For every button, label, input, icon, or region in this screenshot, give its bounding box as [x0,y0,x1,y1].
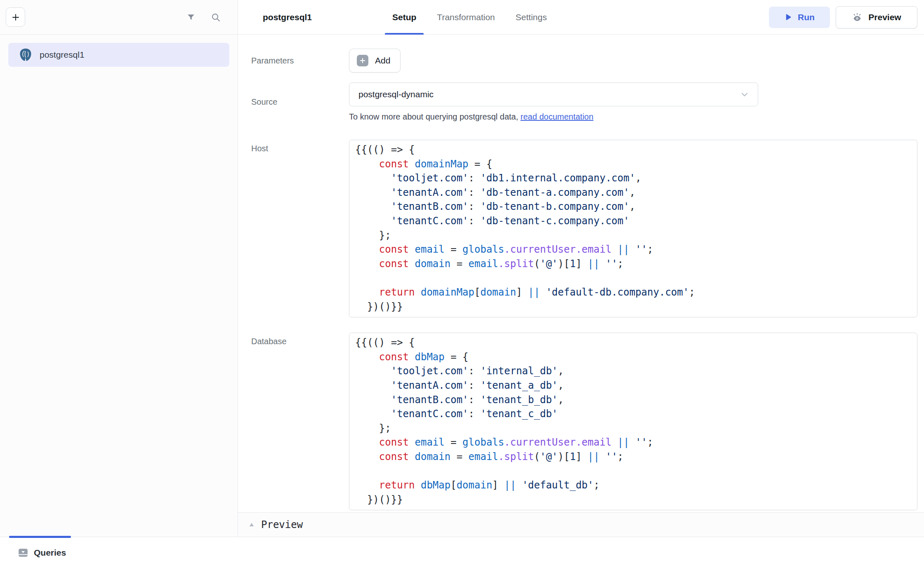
add-parameter-button[interactable]: Add [349,49,401,73]
preview-panel-label: Preview [261,519,303,530]
filter-button[interactable] [186,12,196,23]
collapse-triangle-icon [249,522,255,527]
host-label: Host [251,140,349,153]
read-documentation-link[interactable]: read documentation [521,112,594,121]
database-code-editor[interactable]: {{(() => { const dbMap = { 'tooljet.com'… [349,333,917,510]
tab-transformation[interactable]: Transformation [436,0,495,35]
sidebar-toolbar-icons [186,12,221,23]
run-button[interactable]: Run [769,7,830,28]
host-row: Host {{(() => { const domainMap = { 'too… [251,140,917,317]
parameters-row: Parameters Add [251,49,917,73]
database-label: Database [251,333,349,346]
query-title: postgresql1 [263,12,312,22]
eye-icon [852,12,863,23]
search-icon [211,12,221,22]
query-list: postgresql1 [0,35,238,75]
parameters-label: Parameters [251,56,349,66]
queries-panel-button[interactable]: Queries [18,547,66,558]
header-actions: Run Preview [769,6,917,28]
source-row: Source postgresql-dynamic To know more a… [251,82,917,122]
query-list-item-postgresql1[interactable]: postgresql1 [8,43,229,67]
setup-panel: Parameters Add Source postgresql-dynamic [238,35,924,512]
source-select[interactable]: postgresql-dynamic [349,82,758,106]
source-helper-prefix: To know more about querying postgresql d… [349,112,521,121]
tab-settings[interactable]: Settings [515,0,548,35]
queries-panel-label: Queries [34,548,66,558]
query-list-sidebar: postgresql1 [0,0,238,537]
preview-button-label: Preview [868,12,901,22]
plus-square-icon [357,55,368,66]
filter-icon [186,13,196,22]
add-parameter-label: Add [375,56,390,66]
postgresql-icon [18,47,33,62]
query-editor-main: postgresql1 Setup Transformation Setting… [238,0,924,537]
search-button[interactable] [210,12,221,23]
query-item-label: postgresql1 [40,50,85,60]
preview-button[interactable]: Preview [836,6,917,28]
source-label: Source [251,97,349,107]
chevron-down-icon [740,89,750,99]
run-button-label: Run [798,12,815,22]
query-editor-app: postgresql1 postgresql1 Setup Transforma… [0,0,924,568]
play-icon [784,13,792,21]
host-code-editor[interactable]: {{(() => { const domainMap = { 'tooljet.… [349,140,917,317]
tab-setup[interactable]: Setup [391,0,417,35]
content-row: postgresql1 postgresql1 Setup Transforma… [0,0,924,537]
source-select-value: postgresql-dynamic [358,89,434,99]
database-row: Database {{(() => { const dbMap = { 'too… [251,333,917,510]
plus-icon [11,12,21,22]
queries-active-indicator [9,536,71,538]
query-editor-header: postgresql1 Setup Transformation Setting… [238,0,924,35]
bottom-bar: Queries [0,537,924,568]
queries-icon [18,547,28,558]
preview-panel-toggle[interactable]: Preview [238,512,924,537]
sidebar-toolbar [0,0,238,35]
source-helper-text: To know more about querying postgresql d… [349,112,917,122]
add-query-button[interactable] [6,7,25,27]
editor-tabs: Setup Transformation Settings [391,0,548,35]
